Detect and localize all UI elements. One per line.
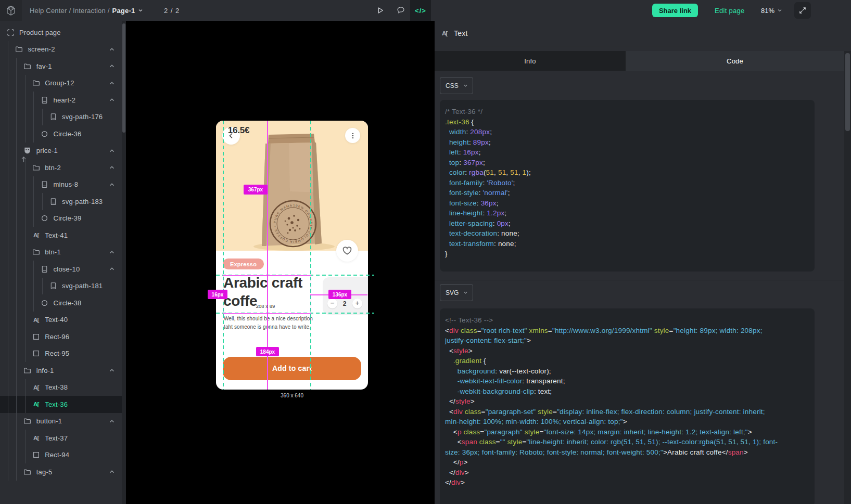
layer-row-price-1[interactable]: price-1: [0, 143, 122, 160]
layer-row-text-41[interactable]: A[Text-41: [0, 227, 122, 244]
code-line: -webkit-background-clip: text;: [445, 387, 815, 398]
chevron-up-icon[interactable]: [108, 96, 116, 104]
chevron-up-icon[interactable]: [108, 181, 116, 188]
tree-guide-line: [33, 109, 34, 126]
layer-row-button-1[interactable]: button-1: [0, 413, 122, 430]
share-link-button[interactable]: Share link: [652, 4, 698, 17]
chevron-up-icon[interactable]: [108, 80, 116, 87]
quantity-plus-button[interactable]: +: [352, 299, 362, 308]
app-logo[interactable]: [0, 0, 22, 21]
quantity-value: 2: [340, 300, 349, 307]
code-line: <div class="root rich-text" xmlns="http:…: [445, 327, 815, 337]
code-line: -webkit-text-fill-color: transparent;: [445, 377, 815, 387]
chevron-up-icon[interactable]: [108, 265, 116, 273]
play-button[interactable]: [370, 0, 390, 21]
layer-row-tag-5[interactable]: tag-5: [0, 463, 122, 481]
layer-row-text-37[interactable]: A[Text-37: [0, 430, 122, 447]
more-options-button[interactable]: [345, 128, 360, 143]
layer-row-svg-path-181[interactable]: svg-path-181: [0, 278, 122, 295]
layer-row-rect-96[interactable]: Rect-96: [0, 328, 122, 345]
svg-code-block[interactable]: <!-- Text-36 --><div class="root rich-te…: [440, 308, 815, 504]
guide-vertical-left: [223, 121, 224, 390]
edit-page-link[interactable]: Edit page: [715, 0, 745, 21]
chevron-up-icon[interactable]: [108, 418, 116, 425]
chevron-down-icon: [777, 7, 783, 14]
layer-row-text-36[interactable]: A[Text-36: [0, 396, 122, 413]
sidebar-scrollbar-thumb[interactable]: [122, 23, 125, 133]
zoom-level-dropdown[interactable]: 81%: [761, 0, 783, 21]
layer-row-product page[interactable]: Product page: [0, 24, 122, 41]
layer-row-screen-2[interactable]: screen-2: [0, 41, 122, 58]
text-icon: A[: [32, 383, 40, 392]
chevron-up-icon[interactable]: [108, 46, 116, 53]
code-mode-button[interactable]: </>: [410, 0, 431, 21]
layer-label: price-1: [36, 147, 58, 154]
tree-guide-line: [8, 244, 8, 261]
layer-label: button-1: [36, 417, 62, 425]
folder-icon: [32, 79, 40, 87]
layer-label: info-1: [36, 367, 54, 374]
layer-label: btn-1: [45, 248, 61, 256]
inspector-scrollbar-thumb[interactable]: [845, 53, 850, 131]
svg-format-select[interactable]: SVG: [440, 284, 473, 301]
layer-row-text-40[interactable]: A[Text-40: [0, 312, 122, 329]
tree-guide-line: [33, 261, 34, 278]
measure-badge-bottom: 184px: [256, 347, 279, 356]
text-icon: A[: [32, 400, 40, 408]
code-line: <style>: [445, 347, 815, 357]
layer-row-fav-1[interactable]: fav-1: [0, 58, 122, 75]
layer-row-circle-38[interactable]: Circle-38: [0, 294, 122, 312]
breadcrumb[interactable]: Help Center / Interaction / Page-1: [30, 0, 144, 21]
layer-row-svg-path-183[interactable]: svg-path-183: [0, 193, 122, 210]
tree-guide-line: [33, 294, 34, 312]
layer-row-rect-95[interactable]: Rect-95: [0, 345, 122, 363]
layer-row-group-12[interactable]: Group-12: [0, 75, 122, 92]
rect-icon: [32, 332, 40, 341]
comment-button[interactable]: [390, 0, 411, 21]
layer-row-info-1[interactable]: info-1: [0, 362, 122, 379]
design-canvas[interactable]: 100% ORGANIC COLOMBIA COFFEE • PURE MAMA…: [126, 21, 435, 504]
layer-row-btn-1[interactable]: btn-1: [0, 244, 122, 261]
layer-row-text-38[interactable]: A[Text-38: [0, 379, 122, 396]
fullscreen-button[interactable]: [794, 2, 811, 19]
layer-row-rect-94[interactable]: Rect-94: [0, 447, 122, 464]
chevron-up-icon[interactable]: [108, 164, 116, 171]
css-code-block[interactable]: /* Text-36 */.text-36 { width: 208px; he…: [440, 100, 815, 272]
text-icon: A[: [32, 434, 40, 442]
tree-guide-line: [8, 210, 8, 227]
layer-row-circle-39[interactable]: Circle-39: [0, 210, 122, 227]
layer-row-heart-2[interactable]: heart-2: [0, 92, 122, 109]
tree-guide-line: [33, 210, 34, 227]
screen-size-label: 360 x 640: [261, 393, 323, 398]
layer-row-circle-36[interactable]: Circle-36: [0, 125, 122, 143]
measure-badge-top: 367px: [244, 185, 268, 195]
inspector-title: Text: [454, 29, 467, 37]
tree-guide-line: [16, 176, 17, 193]
chevron-up-icon[interactable]: [108, 62, 116, 70]
frame-icon: [6, 28, 15, 36]
layer-row-close-10[interactable]: close-10: [0, 261, 122, 278]
chevron-up-icon[interactable]: [108, 367, 116, 374]
quantity-minus-button[interactable]: −: [327, 299, 337, 308]
chevron-up-icon[interactable]: [108, 147, 116, 154]
tree-guide-line: [8, 92, 8, 109]
chevron-up-icon[interactable]: [108, 468, 116, 475]
favorite-button[interactable]: [336, 240, 358, 262]
layer-label: svg-path-176: [62, 113, 103, 121]
layer-row-btn-2[interactable]: btn-2: [0, 159, 122, 176]
folder-icon: [32, 248, 40, 256]
product-page-artboard[interactable]: 100% ORGANIC COLOMBIA COFFEE • PURE MAMA…: [216, 121, 368, 390]
layer-row-minus-8[interactable]: minus-8: [0, 176, 122, 193]
chevron-up-icon[interactable]: [108, 249, 116, 256]
tree-guide-line: [16, 125, 17, 143]
code-line: background: var(--text-color);: [445, 367, 815, 378]
add-to-cart-button[interactable]: Add to cart: [223, 357, 361, 380]
layer-label: screen-2: [28, 45, 55, 53]
tree-guide-line: [16, 345, 17, 363]
tree-guide-line: [8, 193, 8, 210]
css-format-select[interactable]: CSS: [440, 77, 473, 94]
tree-guide-line: [42, 109, 43, 126]
layer-row-svg-path-176[interactable]: svg-path-176: [0, 109, 122, 126]
tab-code[interactable]: Code: [626, 51, 844, 71]
tab-info[interactable]: Info: [435, 51, 626, 71]
